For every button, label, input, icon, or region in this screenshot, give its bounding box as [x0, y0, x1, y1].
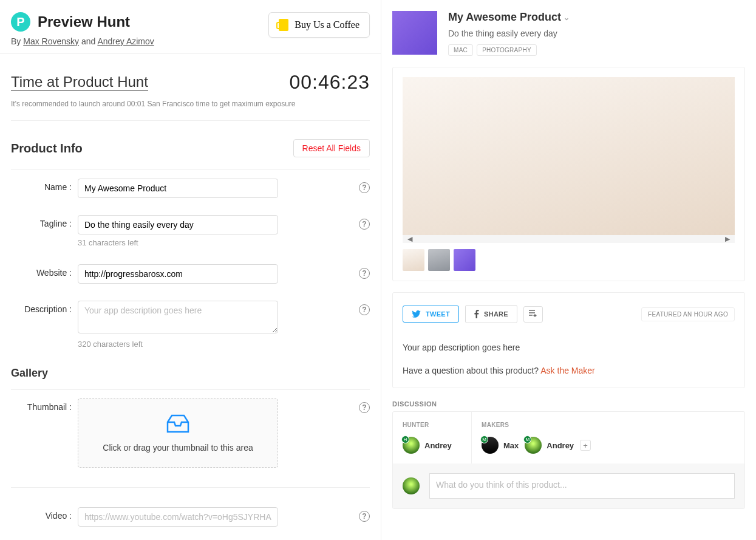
- website-input[interactable]: [78, 264, 278, 284]
- avatar: M: [525, 437, 542, 454]
- tagline-label: Tagline :: [11, 215, 72, 228]
- description-label: Description :: [11, 301, 72, 314]
- makers-label: MAKERS: [482, 422, 591, 428]
- product-title: My Awesome Product: [448, 11, 561, 24]
- byline: By Max Rovensky and Andrey Azimov: [11, 36, 154, 46]
- name-label: Name :: [11, 179, 72, 192]
- logo: P: [11, 12, 30, 32]
- author-link-2[interactable]: Andrey Azimov: [97, 36, 154, 46]
- tagline-input[interactable]: [78, 215, 278, 234]
- current-user-avatar: [403, 477, 420, 494]
- time-title: Time at Product Hunt: [11, 73, 148, 91]
- dropzone-text: Click or drag your thumbnail to this are…: [103, 443, 253, 453]
- video-label: Video :: [11, 507, 72, 521]
- maker-question: Have a question about this product? Ask …: [403, 366, 735, 375]
- buy-coffee-button[interactable]: Buy Us a Coffee: [268, 12, 370, 38]
- slide-image: [403, 77, 735, 235]
- discussion-card: HUNTER H Andrey MAKERS M Max M: [392, 411, 745, 509]
- coffee-cup-icon: [279, 19, 288, 31]
- chevron-down-icon[interactable]: ⌄: [564, 13, 570, 22]
- time-value: 00:46:23: [289, 71, 370, 94]
- gallery-card: ◀ ▶: [392, 67, 745, 281]
- tagline-help: 31 characters left: [78, 238, 353, 247]
- name-input[interactable]: [78, 179, 278, 198]
- maker-person[interactable]: M Andrey: [525, 437, 574, 454]
- preview-pane: My Awesome Product ⌄ Do the thing easily…: [381, 0, 756, 540]
- product-tagline: Do the thing easily every day: [448, 29, 570, 38]
- help-icon[interactable]: ?: [359, 182, 370, 193]
- avatar: M: [482, 437, 499, 454]
- inbox-icon: [166, 414, 190, 434]
- featured-badge: FEATURED AN HOUR AGO: [641, 307, 735, 321]
- playlist-add-icon: [529, 310, 537, 317]
- twitter-icon: [412, 310, 421, 318]
- header: P Preview Hunt By Max Rovensky and Andre…: [0, 0, 381, 54]
- thumbnail-label: Thumbnail :: [11, 398, 72, 412]
- coffee-label: Buy Us a Coffee: [295, 19, 359, 30]
- slide-thumb[interactable]: [403, 249, 424, 271]
- maker-person[interactable]: M Max: [482, 437, 519, 454]
- slide-prev-button[interactable]: ◀: [405, 235, 415, 243]
- website-label: Website :: [11, 264, 72, 278]
- share-button[interactable]: SHARE: [465, 305, 517, 323]
- add-maker-button[interactable]: +: [580, 440, 591, 451]
- thumbnail-dropzone[interactable]: Click or drag your thumbnail to this are…: [78, 398, 278, 468]
- slide-thumb[interactable]: [428, 249, 450, 271]
- playlist-add-button[interactable]: [523, 306, 543, 323]
- hunter-person[interactable]: H Andrey: [403, 437, 452, 454]
- product-info-heading: Product Info: [11, 142, 83, 156]
- ask-maker-link[interactable]: Ask the Maker: [540, 366, 594, 375]
- help-icon[interactable]: ?: [359, 511, 370, 522]
- description-help: 320 characters left: [78, 340, 353, 349]
- form-pane: P Preview Hunt By Max Rovensky and Andre…: [0, 0, 381, 540]
- brand-title: Preview Hunt: [38, 13, 130, 30]
- maker-badge-icon: M: [523, 436, 531, 443]
- discussion-heading: DISCUSSION: [392, 400, 745, 408]
- slide-thumb[interactable]: [454, 249, 475, 271]
- reset-button[interactable]: Reset All Fields: [293, 139, 370, 157]
- product-thumbnail: [392, 11, 437, 55]
- help-icon[interactable]: ?: [359, 219, 370, 230]
- help-icon[interactable]: ?: [359, 402, 370, 413]
- hunter-label: HUNTER: [403, 422, 461, 428]
- hunter-badge-icon: H: [401, 436, 409, 443]
- tweet-button[interactable]: TWEET: [403, 306, 459, 323]
- facebook-icon: [474, 310, 479, 318]
- help-icon[interactable]: ?: [359, 268, 370, 279]
- share-card: TWEET SHARE FEATURED AN HOUR AGO Your ap…: [392, 292, 745, 388]
- description-input[interactable]: [78, 301, 278, 333]
- time-hint: It's recommended to launch around 00:01 …: [11, 100, 370, 121]
- tag[interactable]: PHOTOGRAPHY: [477, 44, 537, 56]
- video-input[interactable]: [78, 507, 278, 527]
- maker-badge-icon: M: [480, 436, 488, 443]
- app-description: Your app description goes here: [403, 343, 735, 352]
- avatar: H: [403, 437, 420, 454]
- author-link-1[interactable]: Max Rovensky: [23, 36, 79, 46]
- gallery-heading: Gallery: [11, 357, 370, 390]
- comment-input[interactable]: [429, 473, 735, 499]
- help-icon[interactable]: ?: [359, 304, 370, 315]
- slide-next-button[interactable]: ▶: [723, 235, 732, 243]
- tag[interactable]: MAC: [448, 44, 473, 56]
